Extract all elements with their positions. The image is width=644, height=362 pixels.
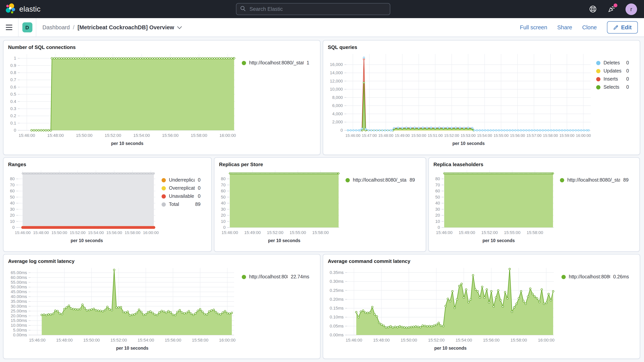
svg-text:0.20ms: 0.20ms bbox=[330, 297, 344, 302]
svg-text:0.10ms: 0.10ms bbox=[330, 314, 344, 320]
svg-text:15:58:00: 15:58:00 bbox=[124, 230, 140, 235]
chart-sql-queries[interactable]: 02,0004,0006,0008,00010,00012,00014,0001… bbox=[328, 51, 594, 148]
legend-item[interactable]: http://localhost:8080/_sta...89 bbox=[560, 177, 628, 183]
svg-text:15:49:00: 15:49:00 bbox=[459, 230, 475, 235]
svg-text:15:56:00: 15:56:00 bbox=[162, 133, 178, 138]
chart-ranges[interactable]: 0102030405060708015:46:0015:48:0015:50:0… bbox=[8, 168, 159, 245]
legend-value: 1 bbox=[306, 60, 309, 66]
svg-text:35.00ms: 35.00ms bbox=[11, 299, 27, 304]
legend-item[interactable]: Total89 bbox=[162, 202, 200, 207]
header-actions: r bbox=[588, 3, 639, 15]
legend-item[interactable]: http://localhost:808...22.74ms bbox=[242, 274, 309, 280]
help-icon[interactable] bbox=[588, 5, 597, 13]
legend-label: Selects bbox=[604, 84, 619, 90]
legend-item[interactable]: Selects0 bbox=[596, 84, 629, 90]
clone-link[interactable]: Clone bbox=[582, 24, 597, 30]
legend-value: 89 bbox=[623, 177, 628, 183]
legend-value: 0 bbox=[626, 76, 629, 82]
svg-text:15:50:00: 15:50:00 bbox=[411, 134, 426, 138]
legend-item[interactable]: http://localhost:8080...0.26ms bbox=[562, 274, 629, 280]
svg-text:0.7: 0.7 bbox=[10, 77, 16, 82]
chart-command-commit-latency[interactable]: 0.00ms0.05ms0.10ms0.15ms0.20ms0.25ms0.30… bbox=[328, 265, 559, 353]
svg-text:per 10 seconds: per 10 seconds bbox=[452, 141, 484, 146]
svg-text:15:56:00: 15:56:00 bbox=[106, 230, 122, 235]
svg-text:16:00:00: 16:00:00 bbox=[143, 230, 159, 235]
panel-sql-connections: Number of SQL connections 00.10.20.30.40… bbox=[3, 40, 320, 155]
legend-dot-icon bbox=[596, 61, 600, 65]
svg-text:per 10 seconds: per 10 seconds bbox=[268, 238, 300, 243]
legend-dot-icon bbox=[560, 178, 564, 182]
app-root: elastic bbox=[0, 0, 644, 362]
legend-item[interactable]: Underreplicated0 bbox=[162, 177, 200, 183]
svg-text:15:50:00: 15:50:00 bbox=[401, 338, 417, 342]
page-title[interactable]: [Metricbeat CockroachDB] Overview bbox=[78, 24, 182, 30]
brand[interactable]: elastic bbox=[5, 2, 41, 16]
search-input[interactable] bbox=[249, 6, 386, 12]
edit-button[interactable]: Edit bbox=[607, 21, 638, 34]
share-link[interactable]: Share bbox=[557, 24, 572, 30]
svg-text:15:55:00: 15:55:00 bbox=[494, 134, 509, 138]
legend: http://localhost:8080/_stat...1 bbox=[240, 51, 316, 148]
legend-value: 0 bbox=[198, 186, 200, 191]
chart-replica-leaseholders[interactable]: 0102030405060708015:46:0015:49:0015:52:0… bbox=[434, 168, 558, 245]
breadcrumb: Dashboard / [Metricbeat CockroachDB] Ove… bbox=[36, 24, 182, 30]
legend-dot-icon bbox=[162, 194, 166, 198]
row-1: Number of SQL connections 00.10.20.30.40… bbox=[3, 40, 641, 155]
svg-text:15:48:00: 15:48:00 bbox=[373, 338, 390, 342]
svg-text:70: 70 bbox=[435, 182, 440, 187]
app-badge: D bbox=[22, 22, 32, 32]
svg-text:6,000: 6,000 bbox=[332, 103, 343, 108]
legend-item[interactable]: http://localhost:8080/_sta...89 bbox=[346, 177, 415, 183]
svg-text:15:58:00: 15:58:00 bbox=[312, 230, 329, 235]
legend-dot-icon bbox=[162, 202, 166, 206]
svg-text:40: 40 bbox=[10, 201, 15, 206]
panel-ranges: Ranges 0102030405060708015:46:0015:48:00… bbox=[3, 157, 212, 252]
panel-title: Replicas per Store bbox=[214, 158, 426, 167]
svg-text:15:54:00: 15:54:00 bbox=[456, 338, 472, 342]
legend-item[interactable]: Unavailable0 bbox=[162, 194, 200, 199]
global-search bbox=[236, 3, 390, 15]
svg-text:0.05ms: 0.05ms bbox=[330, 324, 344, 328]
svg-text:14,000: 14,000 bbox=[330, 70, 343, 75]
svg-text:0.6: 0.6 bbox=[10, 84, 16, 90]
legend-item[interactable]: http://localhost:8080/_stat...1 bbox=[242, 60, 309, 66]
svg-text:0.5: 0.5 bbox=[10, 92, 16, 96]
legend: http://localhost:8080/_sta...89 bbox=[558, 168, 635, 245]
svg-text:per 10 seconds: per 10 seconds bbox=[482, 238, 514, 243]
chart-log-commit-latency[interactable]: 0.00ms5.00ms10.00ms15.00ms20.00ms25.00ms… bbox=[8, 265, 240, 353]
svg-text:15:54:00: 15:54:00 bbox=[138, 338, 154, 342]
breadcrumb-separator: / bbox=[73, 24, 74, 30]
svg-text:per 10 seconds: per 10 seconds bbox=[116, 346, 148, 351]
svg-text:15:48:00: 15:48:00 bbox=[378, 134, 393, 138]
svg-text:15:56:00: 15:56:00 bbox=[483, 338, 500, 342]
menu-button[interactable] bbox=[0, 18, 18, 36]
svg-text:15:50:00: 15:50:00 bbox=[76, 133, 92, 138]
newsfeed-icon[interactable] bbox=[607, 5, 616, 13]
legend-item[interactable]: Deletes0 bbox=[596, 60, 629, 66]
chart-sql-connections[interactable]: 00.10.20.30.40.50.60.70.80.9115:46:0015:… bbox=[8, 51, 240, 148]
chart-replicas-per-store[interactable]: 0102030405060708015:46:0015:49:0015:52:0… bbox=[219, 168, 343, 245]
breadcrumb-dashboard-link[interactable]: Dashboard bbox=[42, 24, 70, 30]
svg-text:15:52:00: 15:52:00 bbox=[428, 338, 445, 342]
svg-text:16:00:00: 16:00:00 bbox=[220, 133, 236, 138]
legend-value: 0 bbox=[198, 194, 200, 199]
svg-text:8,000: 8,000 bbox=[332, 95, 343, 100]
legend-dot-icon bbox=[162, 186, 166, 190]
nav-bar: D Dashboard / [Metricbeat CockroachDB] O… bbox=[0, 18, 644, 37]
svg-text:15:52:00: 15:52:00 bbox=[481, 230, 498, 235]
legend-dot-icon bbox=[562, 275, 566, 279]
svg-text:15:46:00: 15:46:00 bbox=[346, 338, 362, 342]
svg-text:15:46:00: 15:46:00 bbox=[436, 230, 452, 235]
svg-text:0.9: 0.9 bbox=[10, 63, 16, 68]
legend-item[interactable]: Inserts0 bbox=[596, 76, 629, 82]
svg-text:15:58:00: 15:58:00 bbox=[526, 230, 543, 235]
legend-item[interactable]: Updates0 bbox=[596, 68, 629, 74]
svg-text:0: 0 bbox=[14, 128, 16, 132]
user-avatar[interactable]: r bbox=[626, 3, 637, 15]
svg-text:15.00ms: 15.00ms bbox=[11, 318, 27, 323]
svg-text:40: 40 bbox=[435, 201, 440, 206]
svg-text:per 10 seconds: per 10 seconds bbox=[434, 346, 466, 351]
legend-item[interactable]: Overreplicated0 bbox=[162, 186, 200, 191]
svg-text:15:56:00: 15:56:00 bbox=[165, 338, 181, 342]
full-screen-link[interactable]: Full screen bbox=[520, 24, 547, 30]
